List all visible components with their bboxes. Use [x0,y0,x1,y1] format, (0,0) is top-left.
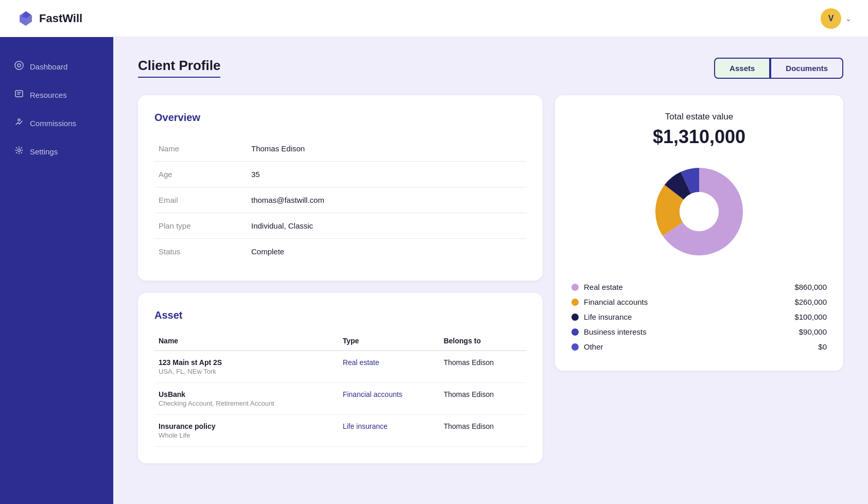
asset-owner: Thomas Edison [440,351,526,383]
sidebar-item-label: Resources [30,91,67,99]
legend-value: $90,000 [799,327,827,336]
col-type: Type [339,332,440,351]
legend-left: Business interests [571,327,647,336]
legend-value: $100,000 [794,312,827,321]
asset-owner: Thomas Edison [440,415,526,447]
legend-item: Real estate $860,000 [571,280,827,294]
donut-chart-container [571,160,827,263]
legend-left: Real estate [571,283,623,291]
logo-fast: Fast [39,12,62,25]
asset-title: Asset [154,309,526,321]
page-title-section: Client Profile [138,58,220,78]
overview-table: Name Thomas Edison Age 35 Email thomas@f… [154,136,526,264]
overview-card: Overview Name Thomas Edison Age 35 Email… [138,95,543,281]
asset-row: UsBank Checking Account, Retirement Acco… [154,383,526,415]
estate-label: Total estate value [571,112,827,122]
overview-row: Name Thomas Edison [154,136,526,162]
estate-card: Total estate value $1,310,000 Real estat… [555,95,843,371]
sidebar-item-label: Commissions [30,119,76,128]
asset-type-link[interactable]: Financial accounts [343,390,403,398]
legend-item: Financial accounts $260,000 [571,294,827,309]
sidebar-item-resources[interactable]: Resources [0,82,113,108]
legend-value: $860,000 [794,283,827,291]
logo-will: Will [62,12,82,25]
overview-row: Email thomas@fastwill.com [154,187,526,213]
legend-item: Business interests $90,000 [571,324,827,339]
overview-field-value: Individual, Classic [247,213,526,239]
asset-row: 123 Main st Apt 2S USA, FL, NEw Tork Rea… [154,351,526,383]
svg-point-4 [18,64,21,67]
donut-center [680,192,719,231]
overview-row: Status Complete [154,239,526,265]
overview-field-value: Complete [247,239,526,265]
overview-field-label: Status [154,239,247,265]
asset-type: Life insurance [339,415,440,447]
sidebar-item-label: Settings [30,147,58,156]
legend-label: Other [584,342,603,351]
left-column: Overview Name Thomas Edison Age 35 Email… [138,95,543,463]
main-content: Client Profile Assets Documents Overview… [113,37,868,504]
sidebar-item-dashboard[interactable]: Dashboard [0,54,113,80]
legend-dot [571,343,579,351]
overview-row: Plan type Individual, Classic [154,213,526,239]
asset-type: Real estate [339,351,440,383]
header-right: V ⌄ [821,8,852,29]
sidebar: Dashboard Resources Commissions Settings [0,37,113,504]
overview-field-label: Email [154,187,247,213]
svg-point-7 [18,149,21,152]
legend-left: Life insurance [571,312,632,321]
dashboard-icon [14,61,24,73]
legend-dot [571,299,579,306]
page-header: Client Profile Assets Documents [138,58,843,79]
chevron-down-icon[interactable]: ⌄ [845,14,852,23]
tab-documents[interactable]: Documents [770,58,843,79]
svg-point-3 [15,61,23,69]
asset-type-link[interactable]: Life insurance [343,422,388,430]
avatar[interactable]: V [821,8,841,29]
header: FastWill V ⌄ [0,0,868,37]
asset-name: Insurance policy Whole Life [154,415,339,447]
svg-point-6 [18,119,20,121]
legend-dot [571,314,579,321]
legend-left: Financial accounts [571,298,648,306]
asset-type-link[interactable]: Real estate [343,358,379,367]
overview-field-label: Plan type [154,213,247,239]
col-owner: Belongs to [440,332,526,351]
page-title-underline [138,77,220,78]
overview-title: Overview [154,112,526,124]
logo-icon [16,9,35,28]
asset-row: Insurance policy Whole Life Life insuran… [154,415,526,447]
col-name: Name [154,332,339,351]
overview-field-label: Name [154,136,247,162]
overview-field-value: Thomas Edison [247,136,526,162]
legend-item: Other $0 [571,339,827,354]
page-title: Client Profile [138,58,220,74]
settings-icon [14,146,24,158]
overview-field-value: 35 [247,162,526,187]
legend-value: $260,000 [794,298,827,306]
tab-assets[interactable]: Assets [714,58,770,79]
app-body: Dashboard Resources Commissions Settings… [0,37,868,504]
legend-label: Business interests [584,327,647,336]
overview-row: Age 35 [154,162,526,187]
legend-dot [571,284,579,291]
overview-field-label: Age [154,162,247,187]
legend: Real estate $860,000 Financial accounts … [571,280,827,354]
legend-left: Other [571,342,603,351]
asset-name: UsBank Checking Account, Retirement Acco… [154,383,339,415]
asset-table: Name Type Belongs to 123 Main st Apt 2S … [154,332,526,447]
legend-item: Life insurance $100,000 [571,309,827,324]
asset-type: Financial accounts [339,383,440,415]
sidebar-item-commissions[interactable]: Commissions [0,110,113,136]
overview-field-value: thomas@fastwill.com [247,187,526,213]
donut-chart [648,160,751,263]
resources-icon [14,89,24,101]
asset-owner: Thomas Edison [440,383,526,415]
cards-row: Overview Name Thomas Edison Age 35 Email… [138,95,843,463]
sidebar-item-label: Dashboard [30,62,67,71]
legend-dot [571,328,579,336]
legend-label: Life insurance [584,312,632,321]
commissions-icon [14,117,24,129]
logo: FastWill [16,9,82,28]
sidebar-item-settings[interactable]: Settings [0,138,113,165]
